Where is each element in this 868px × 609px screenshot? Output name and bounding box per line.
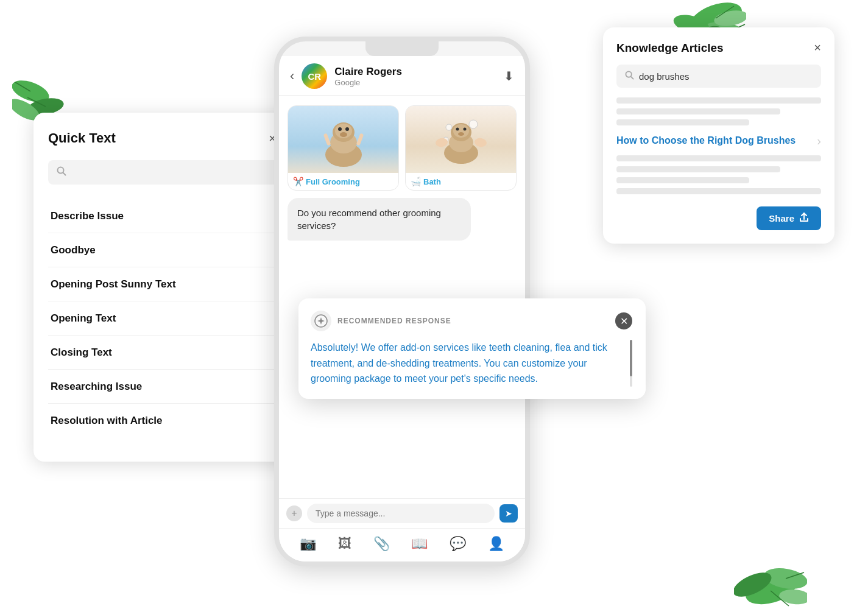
knowledge-articles-panel: Knowledge Articles × How to Choose the R… bbox=[603, 27, 834, 244]
svg-line-5 bbox=[716, 6, 734, 18]
quick-text-header: Quick Text × bbox=[48, 130, 281, 147]
image-icon[interactable]: 🖼 bbox=[338, 536, 351, 552]
menu-item-label: Goodbye bbox=[51, 244, 96, 256]
menu-item-closing-text[interactable]: Closing Text › bbox=[48, 336, 281, 370]
menu-item-label: Closing Text bbox=[51, 347, 112, 359]
ka-line bbox=[616, 108, 780, 114]
ka-line bbox=[616, 119, 749, 125]
ka-more-placeholder-lines bbox=[616, 155, 821, 194]
svg-point-14 bbox=[763, 565, 807, 592]
svg-point-3 bbox=[713, 8, 746, 28]
grooming-dog-image bbox=[288, 106, 398, 173]
type-message-bar: + ➤ bbox=[279, 498, 525, 528]
menu-item-label: Describe Issue bbox=[51, 210, 124, 222]
svg-point-16 bbox=[778, 588, 807, 605]
download-button[interactable]: ⬇ bbox=[504, 69, 514, 83]
rec-scrollbar-thumb bbox=[630, 340, 632, 376]
menu-item-opening-text[interactable]: Opening Text › bbox=[48, 301, 281, 336]
ka-line bbox=[616, 97, 821, 104]
ka-article-chevron-icon[interactable]: › bbox=[817, 134, 821, 148]
svg-line-11 bbox=[15, 82, 30, 91]
contact-company: Google bbox=[334, 78, 496, 87]
contact-name: Claire Rogers bbox=[334, 66, 496, 78]
ka-line bbox=[616, 166, 780, 172]
bath-icon: 🛁 bbox=[411, 177, 421, 186]
rec-response-body: Absolutely! We offer add-on services lik… bbox=[311, 340, 632, 387]
contact-info: Claire Rogers Google bbox=[334, 66, 496, 87]
rec-scrollbar[interactable] bbox=[630, 340, 632, 387]
quick-text-panel: Quick Text × Describe Issue › Goodbye › … bbox=[34, 113, 295, 462]
ka-line bbox=[616, 155, 821, 161]
quick-text-search-box bbox=[48, 160, 281, 185]
recommended-response-panel: RECOMMENDED RESPONSE ✕ Absolutely! We of… bbox=[298, 298, 646, 399]
ka-share-row: Share bbox=[616, 206, 821, 230]
phone-toolbar: 📷 🖼 📎 📖 💬 👤 bbox=[279, 528, 525, 561]
svg-point-34 bbox=[456, 128, 459, 131]
svg-line-20 bbox=[63, 173, 66, 175]
ka-line bbox=[616, 188, 821, 194]
ka-search-icon bbox=[625, 71, 634, 82]
message-input[interactable] bbox=[307, 504, 495, 523]
ka-search-box bbox=[616, 65, 821, 88]
back-button[interactable]: ‹ bbox=[290, 68, 294, 84]
ka-share-label: Share bbox=[769, 213, 794, 224]
menu-item-label: Opening Text bbox=[51, 312, 116, 325]
person-icon[interactable]: 👤 bbox=[488, 536, 504, 552]
svg-point-8 bbox=[12, 79, 52, 107]
menu-item-researching-issue[interactable]: Researching Issue › bbox=[48, 370, 281, 404]
send-icon: ➤ bbox=[505, 509, 512, 518]
svg-point-35 bbox=[463, 128, 466, 131]
svg-point-26 bbox=[345, 127, 349, 131]
message-icon[interactable]: 💬 bbox=[450, 536, 466, 552]
service-card-full-grooming-label: ✂️ Full Grooming bbox=[288, 173, 398, 190]
menu-item-goodbye[interactable]: Goodbye › bbox=[48, 233, 281, 267]
rec-response-header: RECOMMENDED RESPONSE ✕ bbox=[311, 311, 632, 331]
chat-message-bubble: Do you recommend other grooming services… bbox=[288, 198, 471, 241]
camera-icon[interactable]: 📷 bbox=[300, 536, 316, 552]
avatar: CR bbox=[302, 63, 327, 89]
ka-article-link[interactable]: How to Choose the Right Dog Brushes bbox=[616, 134, 817, 147]
leaf-decoration-bottom-right bbox=[734, 554, 807, 609]
menu-item-resolution-article[interactable]: Resolution with Article › bbox=[48, 404, 281, 437]
book-icon[interactable]: 📖 bbox=[411, 536, 428, 552]
grooming-icon: ✂️ bbox=[293, 177, 303, 186]
svg-line-17 bbox=[771, 591, 789, 606]
add-attachment-button[interactable]: + bbox=[286, 505, 302, 521]
ka-title: Knowledge Articles bbox=[616, 41, 724, 55]
chat-header: ‹ CR Claire Rogers Google ⬇ bbox=[279, 56, 525, 96]
send-button[interactable]: ➤ bbox=[499, 504, 518, 523]
menu-item-describe-issue[interactable]: Describe Issue › bbox=[48, 199, 281, 233]
ka-article-row: How to Choose the Right Dog Brushes › bbox=[616, 134, 821, 148]
ka-share-icon bbox=[799, 213, 809, 224]
ai-icon bbox=[311, 311, 331, 331]
ka-placeholder-lines bbox=[616, 97, 821, 125]
svg-line-12 bbox=[27, 97, 46, 107]
ka-close-button[interactable]: × bbox=[814, 41, 821, 55]
quick-text-title: Quick Text bbox=[48, 130, 116, 146]
ka-share-button[interactable]: Share bbox=[757, 206, 821, 230]
rec-response-text: Absolutely! We offer add-on services lik… bbox=[311, 340, 624, 387]
bath-dog-image bbox=[406, 106, 516, 173]
service-card-full-grooming[interactable]: ✂️ Full Grooming bbox=[288, 105, 399, 191]
attachment-icon[interactable]: 📎 bbox=[373, 536, 390, 552]
ka-search-input[interactable] bbox=[639, 71, 813, 82]
menu-item-opening-post-sunny[interactable]: Opening Post Sunny Text › bbox=[48, 267, 281, 301]
message-text: Do you recommend other grooming services… bbox=[297, 208, 441, 231]
service-card-bath[interactable]: 🛁 Bath bbox=[405, 105, 517, 191]
quick-text-search-input[interactable] bbox=[71, 167, 272, 178]
service-card-bath-label: 🛁 Bath bbox=[406, 173, 516, 190]
svg-point-15 bbox=[734, 568, 775, 602]
svg-point-13 bbox=[743, 572, 798, 609]
menu-item-label: Resolution with Article bbox=[51, 415, 163, 427]
svg-point-36 bbox=[458, 132, 464, 136]
service-cards: ✂️ Full Grooming bbox=[288, 105, 517, 191]
rec-response-title: RECOMMENDED RESPONSE bbox=[337, 317, 609, 325]
quick-text-menu-list: Describe Issue › Goodbye › Opening Post … bbox=[48, 199, 281, 437]
svg-point-41 bbox=[473, 137, 487, 147]
ka-line bbox=[616, 177, 749, 183]
phone-notch bbox=[365, 41, 439, 56]
svg-point-27 bbox=[340, 132, 347, 137]
rec-response-close-button[interactable]: ✕ bbox=[615, 312, 632, 329]
search-icon bbox=[57, 166, 66, 178]
svg-point-37 bbox=[446, 124, 452, 130]
